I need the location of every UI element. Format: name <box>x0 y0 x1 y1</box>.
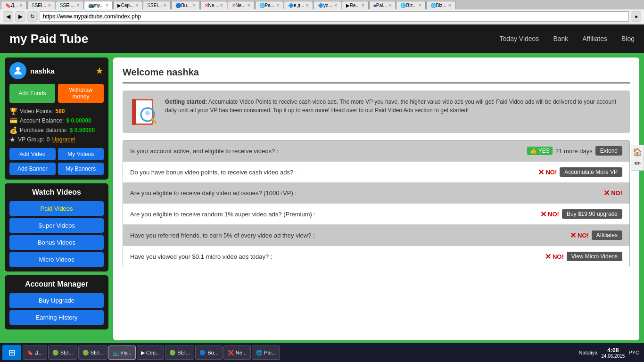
tab-close[interactable]: × <box>76 3 79 8</box>
no-badge-5: ✕ NO! <box>570 231 589 240</box>
tab-favicon: 🌐 <box>259 3 265 8</box>
tab-bu[interactable]: 🔵 Bu... × <box>171 1 199 9</box>
tab-close[interactable]: × <box>193 3 196 8</box>
browser-toolbar: ◀ ▶ ↻ ★ <box>0 9 644 24</box>
vp-upgrade-link[interactable]: Upgrade! <box>52 136 75 143</box>
no-badge-4: ✕ NO! <box>540 210 559 219</box>
tab-my[interactable]: 📺 my... × <box>84 1 113 9</box>
tab-close[interactable]: × <box>334 3 337 8</box>
url-bar[interactable] <box>40 11 629 22</box>
add-video-button[interactable]: Add Video <box>9 148 56 160</box>
nav-today-videos[interactable]: Today Videos <box>500 35 539 42</box>
book-icon <box>130 98 158 126</box>
browser-actions: ★ <box>631 11 641 22</box>
paid-videos-button[interactable]: Paid Videos <box>9 201 104 216</box>
tab-favicon: 🔷 <box>318 3 323 8</box>
watch-videos-title: Watch Videos <box>9 188 104 197</box>
status-question-4: Are you eligible to receive random 1% su… <box>130 211 540 218</box>
video-points-value: 580 <box>56 108 65 115</box>
status-answer-1: 👍 YES 21 more days Extend <box>527 146 622 156</box>
tab-re[interactable]: ▶ Re... × <box>342 1 369 9</box>
earning-history-button[interactable]: Earning History <box>9 310 104 325</box>
tab-label: Bu... <box>181 3 191 8</box>
add-funds-button[interactable]: Add Funds <box>9 84 55 103</box>
my-banners-button[interactable]: My Banners <box>58 163 104 175</box>
micro-videos-button[interactable]: Micro Videos <box>9 252 104 267</box>
tab-close[interactable]: × <box>362 3 364 8</box>
tab-close[interactable]: × <box>448 3 451 8</box>
extend-button[interactable]: Extend <box>595 146 622 156</box>
tab-close[interactable]: × <box>276 3 279 8</box>
withdraw-button[interactable]: Withdraw money <box>58 84 104 103</box>
vp-icon: ★ <box>9 136 16 143</box>
tab-cer[interactable]: ▶ Сер... × <box>113 1 143 9</box>
status-answer-6: ✕ NO! View Micro Videos <box>545 252 622 261</box>
tab-favicon: 🔵 <box>175 3 181 8</box>
tab-sei1[interactable]: S SEI... × <box>27 1 55 9</box>
tab-close[interactable]: × <box>20 3 23 8</box>
no-badge-6: ✕ NO! <box>545 252 564 261</box>
status-question-2: Do you have bonus video points, to recei… <box>130 169 538 176</box>
tab-favicon: ✕ <box>232 3 236 8</box>
getting-started-text: Accumulate Video Points to receive cash … <box>165 99 616 114</box>
reload-button[interactable]: ↻ <box>27 11 38 22</box>
tab-close[interactable]: × <box>48 3 51 8</box>
tab-label: в д... <box>294 3 304 8</box>
view-micro-videos-button[interactable]: View Micro Videos <box>567 252 622 261</box>
tab-close[interactable]: × <box>135 3 138 8</box>
affiliates-button[interactable]: Affiliates <box>592 230 622 240</box>
account-manager-panel: Account Manager Buy Upgrade Earning Hist… <box>5 275 108 329</box>
tab-favicon: 🔷 <box>288 3 294 8</box>
status-question-1: Is your account active, and eligible to … <box>130 148 527 155</box>
tab-label: Biz... <box>436 3 446 8</box>
tab-d[interactable]: 🔖 Д... × <box>1 1 27 9</box>
tab-sei2[interactable]: S SEI... × <box>56 1 83 9</box>
nav-bank[interactable]: Bank <box>553 35 568 42</box>
status-section: Is your account active, and eligible to … <box>123 140 630 267</box>
tab-vd[interactable]: 🔷 в д... × <box>284 1 313 9</box>
tab-close[interactable]: × <box>306 3 309 8</box>
forward-button[interactable]: ▶ <box>15 11 25 22</box>
tab-close[interactable]: × <box>389 3 392 8</box>
tab-label: my... <box>94 3 104 8</box>
accumulate-vp-button[interactable]: Accumulate More VP <box>560 167 622 177</box>
tab-pa[interactable]: 🌐 Pa... × <box>255 1 283 9</box>
tab-biz2[interactable]: 🌐 Biz... × <box>426 1 455 9</box>
add-banner-button[interactable]: Add Banner <box>9 163 56 175</box>
tab-label: Ne... <box>208 3 218 8</box>
super-videos-button[interactable]: Super Videos <box>9 218 104 233</box>
tab-ne2[interactable]: ✕ Ne... × <box>228 1 255 9</box>
back-button[interactable]: ◀ <box>3 11 13 22</box>
getting-started-title: Getting started: <box>165 99 207 105</box>
tab-ne1[interactable]: ✕ Ne... × <box>200 1 227 9</box>
user-panel: nashka ★ Add Funds Withdraw money 🏆 Vide… <box>5 58 108 180</box>
tab-sei3[interactable]: S SEI... × <box>143 1 171 9</box>
buy-upgrade-button[interactable]: Buy Upgrade <box>9 293 104 308</box>
no-badge-3: ✕ NO! <box>603 189 622 197</box>
vp-group-stat: ★ VP Group: 0 Upgrade! <box>9 136 104 143</box>
tab-favicon: ▶ <box>117 3 121 8</box>
edit-icon[interactable]: ✏ <box>635 159 641 168</box>
upgrade-button[interactable]: Buy $19.90 upgrade <box>562 209 622 219</box>
status-answer-4: ✕ NO! Buy $19.90 upgrade <box>540 209 622 219</box>
nav-affiliates[interactable]: Affiliates <box>582 35 607 42</box>
nav-blog[interactable]: Blog <box>621 35 635 42</box>
user-icon <box>9 62 26 79</box>
tab-yo[interactable]: 🔷 yo... × <box>314 1 341 9</box>
purchase-balance-label: Purchase Balance: <box>20 127 67 133</box>
tab-biz1[interactable]: 🌐 Biz... × <box>396 1 425 9</box>
main-container: nashka ★ Add Funds Withdraw money 🏆 Vide… <box>0 53 644 345</box>
tab-label: Pa... <box>265 3 275 8</box>
home-icon[interactable]: 🏠 <box>633 148 642 156</box>
site-logo: my Paid Tube <box>9 32 88 46</box>
bonus-videos-button[interactable]: Bonus Videos <box>9 235 104 250</box>
my-videos-button[interactable]: My Videos <box>58 148 104 160</box>
tab-close[interactable]: × <box>419 3 421 8</box>
tab-close[interactable]: × <box>106 3 108 8</box>
tab-close[interactable]: × <box>248 3 250 8</box>
tab-close[interactable]: × <box>164 3 166 8</box>
tab-pai[interactable]: ■ Pai... × <box>369 1 396 9</box>
info-box: Getting started: Accumulate Video Points… <box>123 90 630 133</box>
bookmark-button[interactable]: ★ <box>631 11 641 22</box>
tab-close[interactable]: × <box>220 3 223 8</box>
